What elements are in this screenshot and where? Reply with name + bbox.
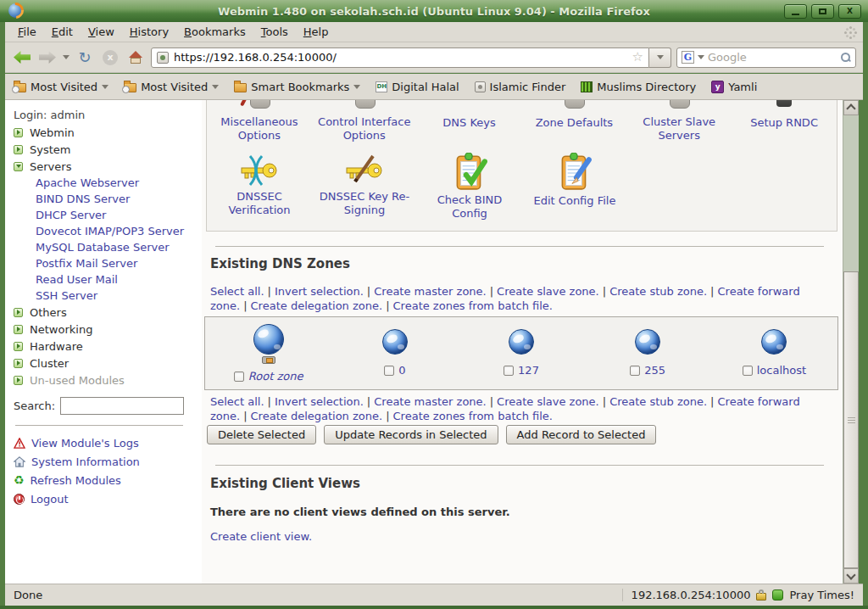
create-master-zone-link[interactable]: Create master zone. <box>374 395 486 408</box>
globe-icon[interactable] <box>635 329 660 355</box>
menu-edit[interactable]: Edit <box>44 23 81 41</box>
window-titlebar[interactable]: Webmin 1.480 on sekolah.sch.id (Ubuntu L… <box>0 0 868 22</box>
zone-link-localhost[interactable]: localhost <box>757 364 806 377</box>
forward-button[interactable] <box>37 47 58 68</box>
sidebar-item-system[interactable]: System <box>14 141 202 158</box>
scrollbar-thumb[interactable] <box>843 271 859 568</box>
stop-button[interactable]: x <box>100 47 120 68</box>
menu-history[interactable]: History <box>122 23 176 41</box>
google-engine-icon[interactable]: G <box>682 51 694 64</box>
create-slave-zone-link[interactable]: Create slave zone. <box>497 395 599 408</box>
pray-times-label[interactable]: Pray Times! <box>789 589 854 601</box>
globe-icon[interactable] <box>253 324 284 355</box>
sidebar-link-postfix[interactable]: Postfix Mail Server <box>14 255 202 271</box>
view-module-logs-link[interactable]: View Module's Logs <box>14 433 202 452</box>
create-stub-zone-link[interactable]: Create stub zone. <box>609 285 707 298</box>
status-host[interactable]: 192.168.0.254:10000 <box>632 589 751 601</box>
menu-help[interactable]: Help <box>296 23 337 41</box>
home-button[interactable] <box>125 47 146 68</box>
sidebar-link-dovecot[interactable]: Dovecot IMAP/POP3 Server <box>14 223 202 239</box>
create-zones-batch-link[interactable]: Create zones from batch file. <box>393 410 553 422</box>
zone-link-root[interactable]: Root zone <box>248 370 303 383</box>
update-records-button[interactable]: Update Records in Selected <box>324 425 498 444</box>
select-all-link[interactable]: Select all. <box>210 395 264 408</box>
bookmark-smart-bookmarks[interactable]: Smart Bookmarks <box>234 81 360 93</box>
minimize-button[interactable] <box>784 4 807 19</box>
create-zones-batch-link[interactable]: Create zones from batch file. <box>393 299 553 312</box>
create-slave-zone-link[interactable]: Create slave zone. <box>497 285 599 298</box>
create-delegation-zone-link[interactable]: Create delegation zone. <box>251 410 383 422</box>
module-dnssec-resigning[interactable]: DNSSEC Key Re-Signing <box>312 153 417 221</box>
menu-file[interactable]: File <box>10 23 44 41</box>
expand-icon[interactable] <box>14 128 23 137</box>
sidebar-link-apache[interactable]: Apache Webserver <box>14 175 202 191</box>
url-dropdown-button[interactable] <box>649 47 671 68</box>
zone-checkbox[interactable] <box>384 366 394 376</box>
collapse-icon[interactable] <box>14 162 23 171</box>
reload-button[interactable]: ↻ <box>75 47 95 68</box>
sidebar-item-others[interactable]: Others <box>14 304 202 321</box>
ssl-lock-icon[interactable] <box>756 593 766 601</box>
zone-link-127[interactable]: 127 <box>518 364 539 377</box>
vertical-scrollbar[interactable] <box>843 100 859 584</box>
pray-times-icon[interactable] <box>772 589 783 601</box>
scroll-down-button[interactable] <box>843 568 859 584</box>
maximize-button[interactable] <box>811 4 834 19</box>
sidebar-item-cluster[interactable]: Cluster <box>14 355 202 372</box>
zone-checkbox[interactable] <box>504 366 514 376</box>
refresh-modules-link[interactable]: ♻ Refresh Modules <box>14 471 202 489</box>
url-input[interactable] <box>174 51 627 64</box>
sidebar-link-ssh[interactable]: SSH Server <box>14 288 202 304</box>
module-cluster-slave[interactable]: Cluster Slave Servers <box>626 100 732 142</box>
sidebar-link-dhcp[interactable]: DHCP Server <box>14 207 202 223</box>
menu-bookmarks[interactable]: Bookmarks <box>176 23 253 41</box>
module-control-interface[interactable]: Control Interface Options <box>312 100 417 142</box>
bookmark-yamli[interactable]: y Yamli <box>711 81 757 93</box>
module-dnssec-verification[interactable]: DNSSEC Verification <box>207 153 312 221</box>
history-dropdown-icon[interactable] <box>63 55 70 59</box>
bookmark-most-visited-2[interactable]: Most Visited <box>124 81 219 93</box>
delete-selected-button[interactable]: Delete Selected <box>207 425 316 444</box>
create-client-view-link[interactable]: Create client view. <box>210 530 312 543</box>
zone-link-255[interactable]: 255 <box>644 364 665 377</box>
globe-icon[interactable] <box>509 329 534 355</box>
module-misc-options[interactable]: Miscellaneous Options <box>207 100 312 142</box>
zone-checkbox[interactable] <box>743 366 753 376</box>
invert-selection-link[interactable]: Invert selection. <box>275 285 364 298</box>
module-setup-rndc[interactable]: Setup RNDC <box>732 100 837 142</box>
expand-icon[interactable] <box>14 145 23 154</box>
sidebar-item-hardware[interactable]: Hardware <box>14 338 202 355</box>
sidebar-link-read-user-mail[interactable]: Read User Mail <box>14 271 202 288</box>
module-zone-defaults[interactable]: Zone Defaults <box>521 100 626 142</box>
menu-tools[interactable]: Tools <box>253 23 296 41</box>
zone-checkbox[interactable] <box>234 372 244 382</box>
sidebar-item-webmin[interactable]: Webmin <box>14 124 202 141</box>
select-all-link[interactable]: Select all. <box>210 285 264 298</box>
sidebar-item-servers[interactable]: Servers <box>14 158 202 175</box>
module-search-input[interactable] <box>60 397 184 415</box>
scroll-up-button[interactable] <box>843 100 859 115</box>
module-check-bind-config[interactable]: Check BIND Config <box>417 153 522 221</box>
globe-icon[interactable] <box>382 329 408 355</box>
expand-icon[interactable] <box>14 342 23 351</box>
bookmark-muslims-directory[interactable]: Muslims Directory <box>581 81 696 93</box>
bookmark-star-icon[interactable]: ☆ <box>632 51 643 64</box>
sidebar-item-networking[interactable]: Networking <box>14 321 202 338</box>
expand-icon[interactable] <box>14 359 23 368</box>
sidebar-link-bind-dns[interactable]: BIND DNS Server <box>14 191 202 207</box>
sidebar-link-mysql[interactable]: MySQL Database Server <box>14 239 202 255</box>
module-dns-keys[interactable]: DNS Keys <box>417 100 522 142</box>
sidebar-item-unused-modules[interactable]: Un-used Modules <box>14 372 202 388</box>
system-information-link[interactable]: System Information <box>14 452 202 471</box>
create-stub-zone-link[interactable]: Create stub zone. <box>609 395 707 408</box>
engine-dropdown-icon[interactable] <box>698 55 704 59</box>
menu-view[interactable]: View <box>81 23 122 41</box>
search-icon[interactable] <box>841 53 851 63</box>
bookmark-islamic-finder[interactable]: Islamic Finder <box>475 81 566 93</box>
close-button[interactable]: X <box>838 4 861 19</box>
expand-icon[interactable] <box>14 376 23 385</box>
globe-icon[interactable] <box>761 329 787 355</box>
add-record-button[interactable]: Add Record to Selected <box>506 425 657 444</box>
create-delegation-zone-link[interactable]: Create delegation zone. <box>251 299 383 312</box>
zone-link-0[interactable]: 0 <box>398 364 405 377</box>
